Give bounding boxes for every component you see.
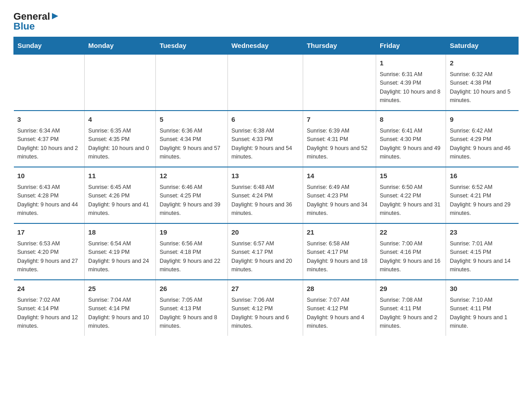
weekday-header-saturday: Saturday: [446, 37, 519, 55]
calendar-cell: 24Sunrise: 7:02 AMSunset: 4:14 PMDayligh…: [14, 280, 85, 336]
day-number: 30: [450, 284, 515, 294]
calendar-cell: 12Sunrise: 6:46 AMSunset: 4:25 PMDayligh…: [156, 167, 227, 223]
day-info: Sunrise: 6:45 AMSunset: 4:26 PMDaylight:…: [88, 183, 152, 218]
calendar-cell: 28Sunrise: 7:07 AMSunset: 4:12 PMDayligh…: [303, 280, 376, 336]
calendar-cell: [227, 54, 303, 111]
day-number: 19: [159, 227, 223, 238]
day-number: 7: [307, 115, 372, 125]
day-number: 12: [159, 171, 223, 181]
weekday-header-tuesday: Tuesday: [156, 37, 227, 55]
day-number: 16: [450, 171, 515, 181]
day-number: 20: [232, 227, 299, 238]
calendar-cell: 20Sunrise: 6:57 AMSunset: 4:17 PMDayligh…: [227, 223, 303, 280]
day-number: 29: [380, 284, 442, 294]
calendar-cell: 27Sunrise: 7:06 AMSunset: 4:12 PMDayligh…: [227, 280, 303, 336]
calendar-cell: 1Sunrise: 6:31 AMSunset: 4:39 PMDaylight…: [376, 54, 446, 111]
logo-blue-text: Blue: [13, 21, 35, 32]
day-number: 23: [450, 227, 515, 238]
calendar-cell: [303, 54, 376, 111]
day-number: 2: [450, 58, 515, 68]
calendar-cell: 14Sunrise: 6:49 AMSunset: 4:23 PMDayligh…: [303, 167, 376, 223]
calendar-cell: 7Sunrise: 6:39 AMSunset: 4:31 PMDaylight…: [303, 111, 376, 167]
calendar-cell: 6Sunrise: 6:38 AMSunset: 4:33 PMDaylight…: [227, 111, 303, 167]
day-info: Sunrise: 6:52 AMSunset: 4:21 PMDaylight:…: [450, 183, 515, 218]
day-info: Sunrise: 6:46 AMSunset: 4:25 PMDaylight:…: [159, 183, 223, 218]
calendar-cell: 17Sunrise: 6:53 AMSunset: 4:20 PMDayligh…: [14, 223, 85, 280]
calendar-cell: [14, 54, 85, 111]
logo-general: General: [13, 11, 50, 22]
calendar-table: SundayMondayTuesdayWednesdayThursdayFrid…: [13, 37, 519, 336]
day-number: 25: [88, 284, 152, 294]
day-number: 8: [380, 115, 442, 125]
day-info: Sunrise: 6:38 AMSunset: 4:33 PMDaylight:…: [232, 127, 299, 162]
calendar-cell: [85, 54, 156, 111]
day-info: Sunrise: 7:06 AMSunset: 4:12 PMDaylight:…: [232, 296, 299, 331]
calendar-cell: 26Sunrise: 7:05 AMSunset: 4:13 PMDayligh…: [156, 280, 227, 336]
day-info: Sunrise: 7:05 AMSunset: 4:13 PMDaylight:…: [159, 296, 223, 331]
day-number: 13: [232, 171, 299, 181]
weekday-header-thursday: Thursday: [303, 37, 376, 55]
day-number: 3: [17, 115, 81, 125]
calendar-cell: 22Sunrise: 7:00 AMSunset: 4:16 PMDayligh…: [376, 223, 446, 280]
calendar-week-row: 3Sunrise: 6:34 AMSunset: 4:37 PMDaylight…: [14, 111, 519, 167]
day-info: Sunrise: 6:31 AMSunset: 4:39 PMDaylight:…: [380, 70, 442, 105]
calendar-cell: 30Sunrise: 7:10 AMSunset: 4:11 PMDayligh…: [446, 280, 519, 336]
day-number: 21: [307, 227, 372, 238]
day-info: Sunrise: 7:07 AMSunset: 4:12 PMDaylight:…: [307, 296, 372, 331]
calendar-cell: 11Sunrise: 6:45 AMSunset: 4:26 PMDayligh…: [85, 167, 156, 223]
weekday-header-friday: Friday: [376, 37, 446, 55]
day-info: Sunrise: 7:02 AMSunset: 4:14 PMDaylight:…: [17, 296, 81, 331]
day-info: Sunrise: 6:34 AMSunset: 4:37 PMDaylight:…: [17, 127, 81, 162]
day-info: Sunrise: 6:58 AMSunset: 4:17 PMDaylight:…: [307, 240, 372, 274]
day-info: Sunrise: 6:54 AMSunset: 4:19 PMDaylight:…: [88, 240, 152, 274]
weekday-header-sunday: Sunday: [14, 37, 85, 55]
day-info: Sunrise: 6:36 AMSunset: 4:34 PMDaylight:…: [159, 127, 223, 162]
day-info: Sunrise: 6:35 AMSunset: 4:35 PMDaylight:…: [88, 127, 152, 162]
day-info: Sunrise: 7:01 AMSunset: 4:15 PMDaylight:…: [450, 240, 515, 274]
day-info: Sunrise: 6:57 AMSunset: 4:17 PMDaylight:…: [232, 240, 299, 274]
day-number: 18: [88, 227, 152, 238]
day-info: Sunrise: 6:48 AMSunset: 4:24 PMDaylight:…: [232, 183, 299, 218]
day-info: Sunrise: 6:49 AMSunset: 4:23 PMDaylight:…: [307, 183, 372, 218]
logo-arrow-icon: [51, 12, 59, 22]
logo: General Blue: [13, 9, 59, 32]
day-number: 28: [307, 284, 372, 294]
day-number: 5: [159, 115, 223, 125]
weekday-header-wednesday: Wednesday: [227, 37, 303, 55]
day-info: Sunrise: 7:04 AMSunset: 4:14 PMDaylight:…: [88, 296, 152, 331]
day-number: 6: [232, 115, 299, 125]
calendar-cell: 3Sunrise: 6:34 AMSunset: 4:37 PMDaylight…: [14, 111, 85, 167]
day-info: Sunrise: 7:00 AMSunset: 4:16 PMDaylight:…: [380, 240, 442, 274]
calendar-cell: 2Sunrise: 6:32 AMSunset: 4:38 PMDaylight…: [446, 54, 519, 111]
day-number: 9: [450, 115, 515, 125]
day-number: 10: [17, 171, 81, 181]
day-number: 14: [307, 171, 372, 181]
calendar-week-row: 24Sunrise: 7:02 AMSunset: 4:14 PMDayligh…: [14, 280, 519, 336]
day-number: 11: [88, 171, 152, 181]
day-info: Sunrise: 6:41 AMSunset: 4:30 PMDaylight:…: [380, 127, 442, 162]
day-number: 4: [88, 115, 152, 125]
day-info: Sunrise: 6:50 AMSunset: 4:22 PMDaylight:…: [380, 183, 442, 218]
day-info: Sunrise: 6:43 AMSunset: 4:28 PMDaylight:…: [17, 183, 81, 218]
day-info: Sunrise: 6:42 AMSunset: 4:29 PMDaylight:…: [450, 127, 515, 162]
day-info: Sunrise: 7:10 AMSunset: 4:11 PMDaylight:…: [450, 296, 515, 331]
calendar-cell: 23Sunrise: 7:01 AMSunset: 4:15 PMDayligh…: [446, 223, 519, 280]
day-info: Sunrise: 7:08 AMSunset: 4:11 PMDaylight:…: [380, 296, 442, 331]
svg-marker-0: [52, 13, 58, 19]
calendar-week-row: 10Sunrise: 6:43 AMSunset: 4:28 PMDayligh…: [14, 167, 519, 223]
calendar-cell: 29Sunrise: 7:08 AMSunset: 4:11 PMDayligh…: [376, 280, 446, 336]
day-number: 1: [380, 58, 442, 68]
calendar-cell: 4Sunrise: 6:35 AMSunset: 4:35 PMDaylight…: [85, 111, 156, 167]
calendar-cell: 9Sunrise: 6:42 AMSunset: 4:29 PMDaylight…: [446, 111, 519, 167]
calendar-cell: 15Sunrise: 6:50 AMSunset: 4:22 PMDayligh…: [376, 167, 446, 223]
day-number: 17: [17, 227, 81, 238]
day-number: 26: [159, 284, 223, 294]
calendar-cell: 16Sunrise: 6:52 AMSunset: 4:21 PMDayligh…: [446, 167, 519, 223]
day-info: Sunrise: 6:32 AMSunset: 4:38 PMDaylight:…: [450, 70, 515, 105]
day-number: 24: [17, 284, 81, 294]
calendar-cell: 13Sunrise: 6:48 AMSunset: 4:24 PMDayligh…: [227, 167, 303, 223]
page-header: General Blue: [13, 9, 519, 32]
day-info: Sunrise: 6:53 AMSunset: 4:20 PMDaylight:…: [17, 240, 81, 274]
calendar-cell: 25Sunrise: 7:04 AMSunset: 4:14 PMDayligh…: [85, 280, 156, 336]
calendar-cell: 18Sunrise: 6:54 AMSunset: 4:19 PMDayligh…: [85, 223, 156, 280]
